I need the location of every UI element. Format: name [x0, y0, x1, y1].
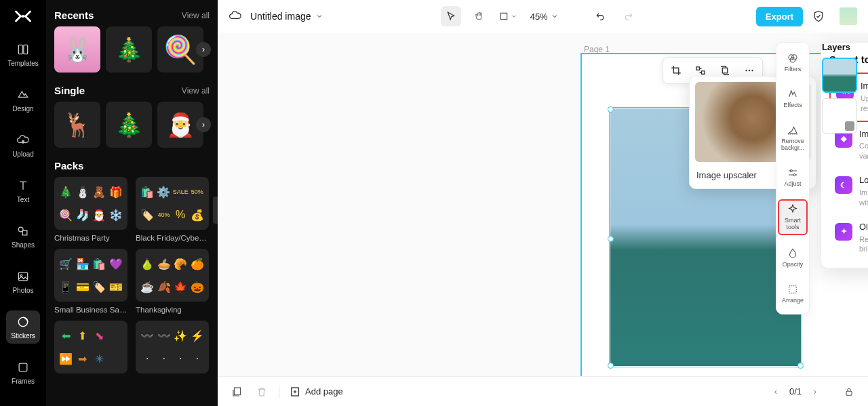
svg-rect-4 — [22, 230, 27, 235]
nav-frames[interactable]: Frames — [6, 356, 40, 389]
zoom-value: 45% — [530, 12, 548, 22]
pack-label: Small Business Saturd... — [54, 306, 127, 314]
sticker-thumb[interactable]: 🎄 — [106, 102, 152, 148]
add-page-icon — [289, 386, 301, 398]
single-view-all[interactable]: View all — [182, 86, 210, 96]
add-page-button[interactable]: Add page — [289, 386, 343, 398]
nav-label: Shapes — [12, 241, 35, 249]
tool-label: Smart tools — [779, 218, 806, 231]
cloud-sync-icon[interactable] — [229, 9, 242, 23]
delete-button[interactable] — [254, 384, 269, 399]
hand-tool[interactable] — [469, 6, 490, 26]
export-button[interactable]: Export — [756, 7, 803, 26]
tool-effects[interactable]: Effects — [778, 85, 808, 112]
smart-tool-low-light[interactable]: ☾ Low-light image enhancerImprove low-li… — [829, 168, 868, 215]
pack-item[interactable]: 〰️〰️✨⚡···· — [136, 321, 209, 378]
tool-adjust[interactable]: Adjust — [778, 164, 808, 190]
row-next-icon[interactable]: › — [196, 117, 211, 132]
svg-rect-8 — [19, 363, 27, 371]
pack-item[interactable]: 🛒🏪🛍️💜📱💳🏷️🎫 Small Business Saturd... — [54, 249, 127, 314]
shapes-icon — [16, 224, 31, 239]
user-avatar[interactable] — [840, 7, 857, 25]
svg-rect-10 — [500, 13, 507, 19]
crop-button[interactable] — [667, 62, 685, 79]
layers-title: Layers — [822, 42, 861, 52]
nav-label: Frames — [12, 378, 35, 385]
packs-title: Packs — [54, 160, 83, 171]
sticker-thumb[interactable]: 🦌 — [54, 102, 100, 148]
pack-item[interactable]: ⬅⬆⬊⏩➡✳ — [54, 321, 127, 378]
row-next-icon[interactable]: › — [196, 42, 211, 57]
next-page-button[interactable]: › — [808, 385, 822, 399]
privacy-icon[interactable] — [811, 9, 826, 24]
opacity-icon — [787, 247, 799, 260]
app-logo[interactable] — [13, 7, 33, 26]
nav-templates[interactable]: Templates — [6, 38, 40, 71]
bottom-bar: Add page ‹ 0/1 › — [218, 376, 868, 406]
nav-collage[interactable]: Collage — [6, 401, 40, 406]
recents-view-all[interactable]: View all — [182, 11, 210, 20]
smart-item-desc: Improve low-light image quality with AI. — [859, 188, 868, 208]
layer-item[interactable] — [822, 58, 857, 93]
document-title[interactable]: Untitled image — [250, 11, 323, 22]
svg-point-16 — [751, 70, 753, 71]
resize-handle[interactable] — [797, 363, 804, 369]
resize-handle[interactable] — [608, 363, 614, 369]
tool-smart-tools[interactable]: Smart tools — [778, 199, 808, 235]
layer-item[interactable] — [822, 98, 857, 134]
smart-item-title: Old photo restoration — [859, 222, 868, 233]
nav-text[interactable]: Text — [6, 174, 40, 207]
smart-item-desc: Repair your damaged photos or bring them… — [859, 235, 868, 255]
text-icon — [16, 178, 31, 193]
svg-rect-25 — [846, 391, 852, 395]
svg-rect-13 — [722, 68, 728, 73]
tool-label: Effects — [783, 102, 802, 109]
pack-item[interactable]: 🍐🥧🥐🍊☕🍂🍁🎃 Thanksgiving — [136, 249, 209, 314]
resize-handle[interactable] — [608, 106, 614, 113]
svg-rect-5 — [18, 272, 27, 281]
nav-design[interactable]: Design — [6, 83, 40, 117]
nav-upload[interactable]: Upload — [6, 129, 40, 162]
single-row: 🦌 🎄 🎅 › — [54, 102, 210, 148]
tool-label: Filters — [785, 66, 802, 73]
asset-panel: Recents View all 🐰 🎄 🍭 › Single View all… — [46, 0, 218, 406]
filters-icon — [787, 52, 799, 64]
prev-page-button[interactable]: ‹ — [769, 385, 783, 399]
divider — [279, 385, 279, 399]
tool-arrange[interactable]: Arrange — [778, 281, 808, 307]
tool-filters[interactable]: Filters — [778, 49, 808, 76]
resize-handle[interactable] — [608, 236, 614, 242]
svg-rect-1 — [18, 45, 22, 54]
smart-tool-restoration[interactable]: ✦ Old photo restorationRepair your damag… — [829, 215, 868, 262]
nav-label: Templates — [7, 60, 39, 67]
redo-button[interactable] — [618, 6, 639, 26]
nav-photos[interactable]: Photos — [6, 265, 40, 298]
page-indicator: 0/1 — [789, 386, 802, 397]
stickers-icon — [16, 314, 31, 329]
nav-shapes[interactable]: Shapes — [6, 220, 40, 253]
pack-item[interactable]: 🛍️⚙️SALE50%🏷️40%%💰 Black Friday/Cyber M.… — [136, 177, 209, 242]
nav-rail: Templates Design Upload Text Shapes Phot… — [0, 0, 46, 406]
pack-item[interactable]: 🎄⛄🧸🎁🍭🧦🎅❄️ Christmas Party — [54, 177, 127, 242]
nav-label: Stickers — [11, 332, 35, 340]
undo-button[interactable] — [590, 6, 610, 26]
sticker-thumb[interactable]: 🐰 — [54, 26, 100, 73]
panel-collapse-handle[interactable] — [213, 197, 218, 224]
pages-button[interactable] — [230, 384, 245, 399]
lock-button[interactable] — [842, 385, 856, 399]
nav-stickers[interactable]: Stickers — [6, 310, 40, 344]
arrange-icon — [787, 283, 799, 296]
canvas-area[interactable]: Page 1 ⟳ Image upscaler Smart to — [218, 33, 868, 406]
artboard-tool[interactable] — [498, 6, 518, 26]
design-icon — [16, 87, 31, 102]
zoom-control[interactable]: 45% — [526, 12, 563, 22]
tool-opacity[interactable]: Opacity — [778, 245, 808, 271]
layers-panel: Layers — [815, 42, 868, 139]
sticker-thumb[interactable]: 🎄 — [106, 26, 152, 73]
svg-point-20 — [790, 169, 792, 171]
tool-label: Remove backgr... — [778, 138, 808, 152]
cursor-tool[interactable] — [441, 6, 461, 26]
remove-bg-icon — [787, 124, 799, 136]
tool-remove-bg[interactable]: Remove backgr... — [778, 121, 808, 155]
upload-icon — [16, 133, 31, 148]
